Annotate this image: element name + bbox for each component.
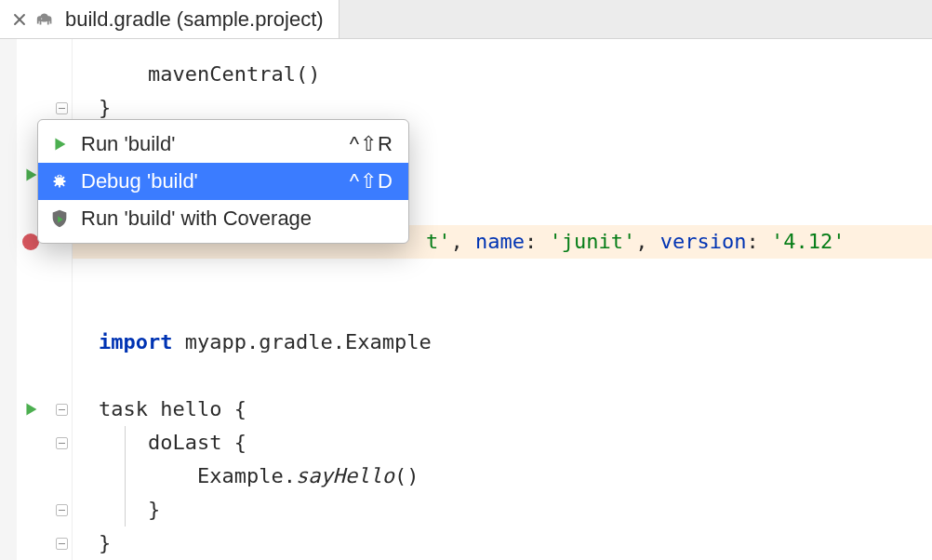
fold-handle[interactable] bbox=[54, 527, 69, 560]
code-line: } bbox=[99, 493, 160, 527]
editor-tab[interactable]: build.gradle (sample.project) bbox=[0, 0, 340, 38]
fold-handle[interactable] bbox=[54, 493, 69, 527]
fold-handle[interactable] bbox=[54, 393, 69, 426]
run-gutter-icon[interactable] bbox=[19, 393, 43, 426]
code-line: import myapp.gradle.Example bbox=[99, 326, 432, 359]
close-icon[interactable] bbox=[13, 13, 26, 26]
code-token: import bbox=[99, 326, 172, 359]
menu-item-debug[interactable]: Debug 'build' ^⇧D bbox=[38, 163, 408, 200]
tab-title: build.gradle (sample.project) bbox=[65, 7, 324, 32]
menu-item-run[interactable]: Run 'build' ^⇧R bbox=[38, 126, 408, 163]
code-token: name bbox=[475, 225, 525, 259]
elephant-icon bbox=[35, 9, 56, 30]
menu-item-label: Debug 'build' bbox=[81, 169, 339, 193]
gutter[interactable] bbox=[0, 39, 73, 560]
context-menu: Run 'build' ^⇧R Debug 'build' ^⇧D Run 'b… bbox=[37, 119, 409, 244]
code-line: Example.sayHello() bbox=[99, 460, 419, 493]
fold-handle[interactable] bbox=[54, 426, 69, 460]
code-line: doLast { bbox=[99, 426, 246, 460]
indent-guide bbox=[125, 426, 126, 527]
code-line: } bbox=[99, 527, 111, 560]
code-token: version bbox=[660, 225, 747, 259]
menu-item-shortcut: ^⇧R bbox=[350, 132, 393, 156]
editor-tab-bar: build.gradle (sample.project) bbox=[0, 0, 932, 39]
coverage-icon bbox=[49, 208, 70, 229]
code-line: t', name: 'junit', version: '4.12' bbox=[426, 225, 845, 259]
code-token: sayHello bbox=[296, 460, 394, 493]
app-root: { "tab": { "title": "build.gradle (sampl… bbox=[0, 0, 932, 560]
bug-icon bbox=[49, 171, 70, 192]
menu-item-coverage[interactable]: Run 'build' with Coverage bbox=[38, 200, 408, 237]
code-line: mavenCentral() bbox=[99, 58, 320, 91]
menu-item-label: Run 'build' bbox=[81, 132, 339, 156]
code-line: task hello { bbox=[99, 393, 246, 426]
gutter-strip bbox=[0, 39, 17, 560]
code-token: '4.12' bbox=[771, 225, 845, 259]
run-icon bbox=[49, 134, 70, 154]
editor: mavenCentral() } t', name: 'junit', vers… bbox=[0, 39, 932, 560]
menu-item-label: Run 'build' with Coverage bbox=[81, 207, 382, 231]
code-token: 'junit' bbox=[549, 225, 635, 259]
menu-item-shortcut: ^⇧D bbox=[350, 169, 393, 193]
code-area[interactable]: mavenCentral() } t', name: 'junit', vers… bbox=[73, 39, 932, 560]
code-token: t' bbox=[426, 225, 451, 259]
